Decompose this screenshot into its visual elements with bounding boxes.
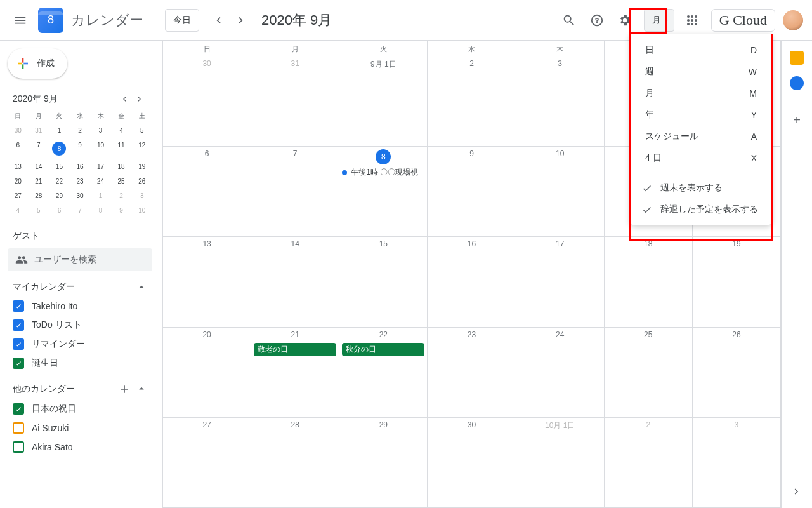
mini-day-cell[interactable]: 19 [131, 159, 152, 174]
day-cell[interactable]: 25 [605, 328, 693, 417]
day-cell[interactable]: 27 [163, 418, 251, 507]
day-cell[interactable]: 2 [428, 57, 516, 146]
day-cell[interactable]: 30 [163, 57, 251, 146]
mini-day-cell[interactable]: 31 [29, 123, 49, 138]
mini-day-cell[interactable]: 25 [111, 174, 132, 189]
day-cell[interactable]: 14 [251, 237, 339, 326]
calendar-item[interactable]: 誕生日 [8, 354, 152, 373]
day-cell[interactable]: 2 [605, 418, 693, 507]
mini-day-cell[interactable]: 30 [8, 123, 29, 138]
day-cell[interactable]: 6 [163, 147, 251, 236]
mini-day-cell[interactable]: 4 [8, 203, 29, 218]
mini-day-cell[interactable]: 11 [111, 138, 132, 159]
day-cell[interactable]: 7 [251, 147, 339, 236]
view-menu-item[interactable]: スケジュールA [630, 126, 772, 147]
mini-day-cell[interactable]: 17 [90, 159, 111, 174]
google-apps-button[interactable] [679, 8, 705, 33]
view-menu-check[interactable]: 辞退した予定を表示する [630, 199, 772, 220]
today-button[interactable]: 今日 [165, 9, 199, 32]
chevron-up-icon[interactable] [136, 281, 147, 293]
day-cell[interactable]: 15 [339, 237, 428, 326]
day-cell[interactable]: 17 [516, 237, 605, 326]
day-cell[interactable]: 16 [428, 237, 516, 326]
mini-day-cell[interactable]: 27 [8, 189, 29, 203]
add-addon-button[interactable]: + [790, 114, 803, 126]
view-menu-item[interactable]: 日D [630, 39, 772, 61]
calendar-item[interactable]: Takehiro Ito [8, 297, 152, 316]
day-cell[interactable]: 20 [163, 328, 251, 417]
view-menu-check[interactable]: 週末を表示する [630, 177, 772, 199]
main-menu-button[interactable] [5, 5, 36, 36]
mini-day-cell[interactable]: 28 [29, 189, 49, 203]
mini-day-cell[interactable]: 7 [70, 203, 91, 218]
day-cell[interactable]: 26 [693, 328, 781, 417]
mini-calendar-grid[interactable]: 日月火水木金土303112345678910111213141516171819… [8, 109, 152, 218]
mini-day-cell[interactable]: 8 [90, 203, 111, 218]
chevron-up-icon[interactable] [136, 383, 147, 394]
mini-day-cell[interactable]: 2 [111, 189, 132, 203]
my-calendars-header[interactable]: マイカレンダー [8, 271, 152, 297]
mini-day-cell[interactable]: 10 [90, 138, 111, 159]
checkbox[interactable] [13, 319, 24, 331]
mini-day-cell[interactable]: 13 [8, 159, 29, 174]
day-cell[interactable]: 9月 1日 [339, 57, 428, 146]
mini-day-cell[interactable]: 1 [90, 189, 111, 203]
view-switcher-button[interactable]: 月 [644, 9, 674, 32]
tasks-icon[interactable] [790, 76, 804, 90]
mini-day-cell[interactable]: 2 [70, 123, 91, 138]
mini-day-cell[interactable]: 23 [70, 174, 91, 189]
view-menu-item[interactable]: 年Y [630, 104, 772, 126]
mini-day-cell[interactable]: 1 [49, 123, 70, 138]
other-calendars-header[interactable]: 他のカレンダー [8, 373, 152, 399]
day-cell[interactable]: 30 [428, 418, 516, 507]
account-avatar[interactable] [783, 10, 803, 30]
day-cell[interactable]: 9 [428, 147, 516, 236]
mini-day-cell[interactable]: 6 [8, 138, 29, 159]
mini-day-cell[interactable]: 3 [131, 189, 152, 203]
checkbox[interactable] [13, 300, 24, 312]
mini-day-cell[interactable]: 22 [49, 174, 70, 189]
mini-prev-button[interactable] [117, 91, 132, 107]
mini-day-cell[interactable]: 30 [70, 189, 91, 203]
mini-day-cell[interactable]: 8 [49, 138, 70, 159]
mini-day-cell[interactable]: 12 [131, 138, 152, 159]
day-cell[interactable]: 19 [693, 237, 781, 326]
day-cell[interactable]: 13 [163, 237, 251, 326]
day-cell[interactable]: 10 [516, 147, 605, 236]
keep-icon[interactable] [790, 51, 804, 65]
mini-day-cell[interactable]: 24 [90, 174, 111, 189]
all-day-event[interactable]: 秋分の日 [342, 343, 424, 356]
mini-day-cell[interactable]: 21 [29, 174, 49, 189]
create-button[interactable]: 作成 [8, 48, 67, 79]
plus-icon[interactable] [118, 383, 131, 396]
checkbox[interactable] [13, 338, 24, 350]
checkbox[interactable] [13, 358, 24, 369]
day-cell[interactable]: 10月 1日 [516, 418, 605, 507]
mini-day-cell[interactable]: 5 [29, 203, 49, 218]
checkbox[interactable] [13, 441, 24, 453]
day-cell[interactable]: 29 [339, 418, 428, 507]
checkbox[interactable] [13, 403, 24, 415]
mini-day-cell[interactable]: 15 [49, 159, 70, 174]
mini-day-cell[interactable]: 18 [111, 159, 132, 174]
mini-day-cell[interactable]: 9 [70, 138, 91, 159]
checkbox[interactable] [13, 422, 24, 434]
view-menu-item[interactable]: 月M [630, 83, 772, 104]
calendar-item[interactable]: Ai Suzuki [8, 418, 152, 438]
day-cell[interactable]: 8午後1時 〇〇現場視 [339, 147, 428, 236]
mini-day-cell[interactable]: 16 [70, 159, 91, 174]
day-cell[interactable]: 22秋分の日 [339, 328, 428, 417]
collapse-panel-button[interactable] [788, 483, 806, 500]
mini-day-cell[interactable]: 29 [49, 189, 70, 203]
mini-day-cell[interactable]: 6 [49, 203, 70, 218]
day-cell[interactable]: 18 [605, 237, 693, 326]
mini-day-cell[interactable]: 10 [131, 203, 152, 218]
next-month-button[interactable] [231, 10, 251, 30]
mini-day-cell[interactable]: 9 [111, 203, 132, 218]
settings-button[interactable] [612, 8, 638, 33]
day-cell[interactable]: 21敬老の日 [251, 328, 339, 417]
timed-event[interactable]: 午後1時 〇〇現場視 [342, 167, 424, 178]
day-cell[interactable]: 31 [251, 57, 339, 146]
help-button[interactable] [584, 8, 610, 33]
day-cell[interactable]: 23 [428, 328, 516, 417]
